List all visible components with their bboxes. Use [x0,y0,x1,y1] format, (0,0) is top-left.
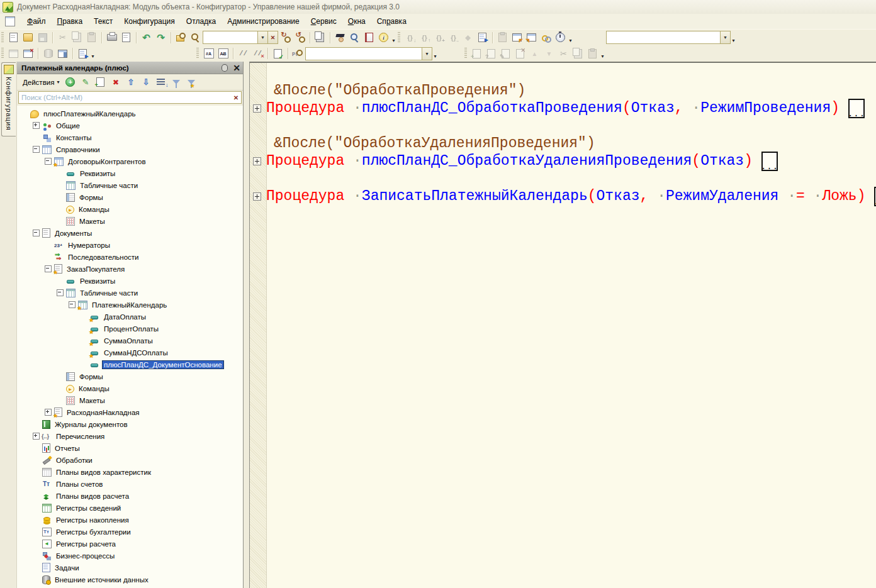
tree-item[interactable]: Реквизиты [17,275,243,287]
chevron-down-icon[interactable]: ▼ [422,48,432,60]
move-down-button[interactable] [542,47,556,60]
toolbar-handle[interactable] [1,48,4,59]
move-down-button[interactable] [138,75,153,89]
windows-button[interactable] [313,31,327,44]
goto-definition-button[interactable] [446,31,461,44]
tree-item[interactable]: Последовательности [17,251,243,263]
clear-icon[interactable]: ✕ [267,31,278,43]
new-document-button[interactable] [6,31,21,44]
edit-button[interactable] [78,75,93,89]
menu-файл[interactable]: Файл [21,15,52,28]
previous-bookmark-button[interactable] [524,31,539,44]
tree-item[interactable]: Планы видов характеристик [17,466,243,478]
fold-expand-icon[interactable] [253,104,261,113]
menu-правка[interactable]: Правка [52,15,89,28]
toolbar-handle[interactable] [1,32,4,43]
minus-expander-icon[interactable] [33,230,40,236]
plus-expander-icon[interactable] [45,409,52,416]
procedures-list-button[interactable] [432,31,446,44]
format-block-button[interactable] [216,47,230,60]
menu-администрирование[interactable]: Администрирование [222,15,305,28]
panel-header[interactable]: Платежный календарь (плюс) ✕ [17,62,243,74]
edit-item-button[interactable] [498,47,513,60]
procedures-functions-button[interactable] [291,47,305,60]
chevron-down-icon[interactable]: ▼ [720,31,730,43]
tree-item[interactable]: Справочники [17,143,243,155]
find-previous-button[interactable] [293,31,307,44]
tree-item[interactable]: Бизнес-процессы [17,550,243,562]
tree-item[interactable]: плюсПлатежныйКалендарь [17,108,243,119]
table-view-button[interactable] [55,47,70,60]
filter-settings-button[interactable] [184,75,198,89]
redo-button[interactable] [154,31,168,44]
menu-сервис[interactable]: Сервис [305,15,342,28]
tree-item[interactable]: плюсПланДС_ДокументОснование [17,358,243,370]
chain-button[interactable] [539,31,553,44]
tree-item[interactable]: Общие [17,119,243,131]
mdi-document-icon[interactable] [5,16,15,26]
add-item-button[interactable] [469,47,484,60]
cut-text-button[interactable] [556,47,571,60]
tree-item[interactable]: ДоговорыКонтрагентов [17,155,243,167]
procedures-combobox-field[interactable] [306,48,422,60]
tree-item[interactable]: Макеты [17,215,243,227]
tree-item[interactable]: Табличные части [17,179,243,191]
cut-button[interactable] [55,31,70,44]
menu-конфигурация[interactable]: Конфигурация [118,15,181,28]
tree-item[interactable]: Команды [17,203,243,215]
tree-item[interactable]: Нумераторы [17,239,243,251]
tree-item[interactable]: Регистры сведений [17,502,243,514]
undo-button[interactable] [139,31,154,44]
sort-button[interactable] [154,75,168,89]
procedures-combobox[interactable]: ▼ [305,47,432,60]
remove-comment-button[interactable] [250,47,265,60]
context-combobox-field[interactable] [607,31,720,43]
search-in-syntax-button[interactable] [347,31,362,44]
save-button[interactable] [35,31,50,44]
tree-item[interactable]: Формы [17,370,243,382]
collapsed-code-button[interactable]: ... [848,99,865,118]
minus-expander-icon[interactable] [69,301,76,308]
tree-item[interactable]: Реквизиты [17,167,243,179]
tree-item[interactable]: ЗаказПокупателя [17,263,243,275]
copy-button[interactable] [70,31,84,44]
minus-expander-icon[interactable] [45,265,52,272]
back-button[interactable] [461,31,475,44]
menu-окна[interactable]: Окна [342,15,371,28]
tree-item[interactable]: Макеты [17,394,243,406]
tree-item[interactable]: Формы [17,191,243,203]
find-next-button[interactable] [278,31,293,44]
module-button[interactable] [76,47,90,60]
add-comment-button[interactable] [236,47,250,60]
previous-procedure-button[interactable] [403,31,417,44]
stopwatch-button[interactable] [553,31,568,44]
filter-button[interactable] [169,75,183,89]
open-button[interactable] [21,31,35,44]
tree-item[interactable]: Обработки [17,454,243,466]
menu-справка[interactable]: Справка [371,15,412,28]
pin-icon[interactable] [222,64,228,72]
actions-menu-button[interactable]: Действия [20,77,62,87]
tree-item[interactable]: ПроцентОплаты [17,323,243,335]
forward-button[interactable] [475,31,490,44]
tree-item[interactable]: Регистры расчета [17,538,243,550]
minus-expander-icon[interactable] [57,289,64,296]
tab-configuration[interactable]: Конфигурация [1,62,16,136]
clear-search-icon[interactable]: ✕ [231,94,241,101]
dropdown-caret-icon[interactable]: ▾ [432,46,438,61]
syntax-check-button[interactable] [271,47,285,60]
syntax-assistant-button[interactable] [333,31,347,44]
copy-text-button[interactable] [571,47,585,60]
plus-expander-icon[interactable] [33,433,40,440]
find-in-files-button[interactable] [174,31,188,44]
collapsed-code-button[interactable]: ... [761,152,778,171]
templates-button[interactable] [362,31,376,44]
move-up-button[interactable] [123,75,138,89]
print-button[interactable] [104,31,119,44]
restore-window-button[interactable] [6,47,21,60]
dropdown-caret-icon[interactable]: ▾ [600,46,605,61]
chevron-down-icon[interactable]: ▼ [257,31,267,43]
next-procedure-button[interactable] [417,31,432,44]
tree-item[interactable]: Регистры накопления [17,514,243,526]
dropdown-caret-icon[interactable]: ▾ [391,30,396,45]
